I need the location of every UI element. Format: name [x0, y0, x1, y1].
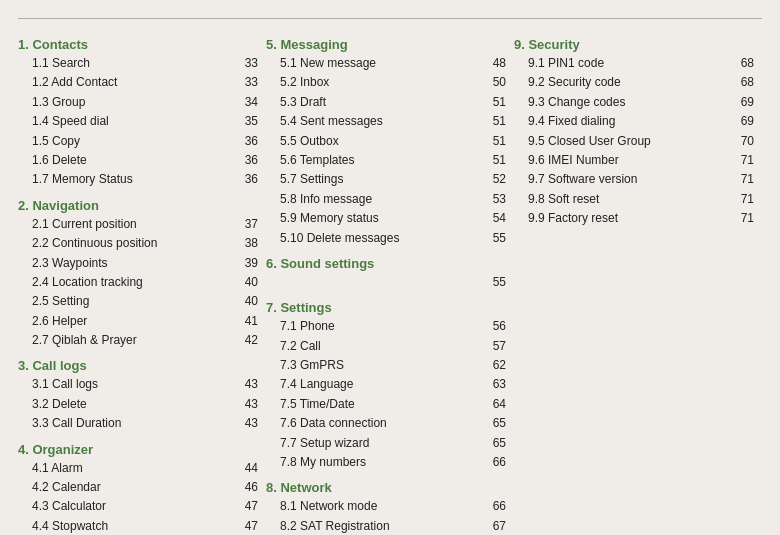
toc-page-num: 51 — [482, 94, 506, 111]
toc-label: 4.1 Alarm — [32, 460, 234, 477]
toc-row: 55 — [266, 273, 506, 292]
toc-row: 7.6 Data connection65 — [266, 414, 506, 433]
toc-page-num: 64 — [482, 396, 506, 413]
toc-label: 1.3 Group — [32, 94, 234, 111]
toc-label: 7.6 Data connection — [280, 415, 482, 432]
toc-row: 8.1 Network mode66 — [266, 497, 506, 516]
toc-page-num: 42 — [234, 332, 258, 349]
toc-page-num: 46 — [234, 479, 258, 496]
toc-row: 3.2 Delete43 — [18, 395, 258, 414]
toc-row: 2.2 Continuous position38 — [18, 234, 258, 253]
toc-label: 1.5 Copy — [32, 133, 234, 150]
toc-row: 7.4 Language63 — [266, 375, 506, 394]
toc-label: 9.9 Factory reset — [528, 210, 730, 227]
toc-row: 2.7 Qiblah & Prayer42 — [18, 331, 258, 350]
toc-row: 9.5 Closed User Group70 — [514, 132, 754, 151]
toc-label: 9.6 IMEI Number — [528, 152, 730, 169]
toc-row: 2.3 Waypoints39 — [18, 254, 258, 273]
toc-row: 9.4 Fixed dialing69 — [514, 112, 754, 131]
column-1: 1. Contacts1.1 Search331.2 Add Contact33… — [18, 29, 266, 535]
toc-page-num: 40 — [234, 293, 258, 310]
toc-label: 5.10 Delete messages — [280, 230, 482, 247]
toc-label: 7.1 Phone — [280, 318, 482, 335]
toc-label: 9.3 Change codes — [528, 94, 730, 111]
toc-page-num: 47 — [234, 498, 258, 515]
toc-row: 1.4 Speed dial35 — [18, 112, 258, 131]
toc-row: 7.7 Setup wizard65 — [266, 434, 506, 453]
toc-row: 4.1 Alarm44 — [18, 459, 258, 478]
toc-page-num: 69 — [730, 113, 754, 130]
toc-label: 9.5 Closed User Group — [528, 133, 730, 150]
toc-label: 7.8 My numbers — [280, 454, 482, 471]
toc-label: 7.4 Language — [280, 376, 482, 393]
toc-page-num: 71 — [730, 171, 754, 188]
toc-label: 2.5 Setting — [32, 293, 234, 310]
toc-row: 9.3 Change codes69 — [514, 93, 754, 112]
toc-label: 9.2 Security code — [528, 74, 730, 91]
toc-page-num: 43 — [234, 415, 258, 432]
toc-label: 1.7 Memory Status — [32, 171, 234, 188]
toc-row: 9.8 Soft reset71 — [514, 190, 754, 209]
toc-row: 9.1 PIN1 code68 — [514, 54, 754, 73]
toc-label: 3.3 Call Duration — [32, 415, 234, 432]
toc-label: 5.6 Templates — [280, 152, 482, 169]
toc-page-num: 35 — [234, 113, 258, 130]
toc-page-num: 71 — [730, 191, 754, 208]
toc-page-num: 51 — [482, 152, 506, 169]
section-title: 8. Network — [266, 480, 506, 495]
toc-label: 5.8 Info message — [280, 191, 482, 208]
toc-row: 1.5 Copy36 — [18, 132, 258, 151]
toc-row: 5.10 Delete messages55 — [266, 229, 506, 248]
toc-row: 5.5 Outbox51 — [266, 132, 506, 151]
toc-page-num: 38 — [234, 235, 258, 252]
toc-page-num: 71 — [730, 152, 754, 169]
toc-row: 7.2 Call57 — [266, 337, 506, 356]
toc-row: 4.3 Calculator47 — [18, 497, 258, 516]
toc-label: 4.2 Calendar — [32, 479, 234, 496]
toc-page-num: 33 — [234, 55, 258, 72]
toc-page-num: 33 — [234, 74, 258, 91]
toc-label: 5.5 Outbox — [280, 133, 482, 150]
toc-page-num: 71 — [730, 210, 754, 227]
toc-page-num: 54 — [482, 210, 506, 227]
toc-row: 5.2 Inbox50 — [266, 73, 506, 92]
toc-label: 1.1 Search — [32, 55, 234, 72]
toc-page-num: 55 — [482, 274, 506, 291]
toc-page-num: 69 — [730, 94, 754, 111]
toc-row: 1.3 Group34 — [18, 93, 258, 112]
toc-row: 7.8 My numbers66 — [266, 453, 506, 472]
toc-label: 9.7 Software version — [528, 171, 730, 188]
toc-page-num: 36 — [234, 133, 258, 150]
toc-page-num: 63 — [482, 376, 506, 393]
toc-label: 1.6 Delete — [32, 152, 234, 169]
toc-row: 2.5 Setting40 — [18, 292, 258, 311]
toc-page-num: 66 — [482, 454, 506, 471]
toc-label: 4.4 Stopwatch — [32, 518, 234, 535]
section-title: 9. Security — [514, 37, 754, 52]
toc-label — [280, 274, 482, 291]
section-title: 7. Settings — [266, 300, 506, 315]
toc-page-num: 66 — [482, 498, 506, 515]
toc-page-num: 67 — [482, 518, 506, 535]
toc-row: 5.7 Settings52 — [266, 170, 506, 189]
page-title — [18, 12, 762, 19]
toc-row: 4.2 Calendar46 — [18, 478, 258, 497]
toc-row: 5.6 Templates51 — [266, 151, 506, 170]
section-title: 6. Sound settings — [266, 256, 506, 271]
column-3: 9. Security9.1 PIN1 code689.2 Security c… — [514, 29, 762, 535]
toc-row: 1.1 Search33 — [18, 54, 258, 73]
toc-row: 9.2 Security code68 — [514, 73, 754, 92]
page-container: 1. Contacts1.1 Search331.2 Add Contact33… — [0, 0, 780, 535]
toc-page-num: 36 — [234, 152, 258, 169]
toc-row: 3.1 Call logs43 — [18, 375, 258, 394]
toc-label: 5.4 Sent messages — [280, 113, 482, 130]
toc-label: 5.3 Draft — [280, 94, 482, 111]
toc-row: 5.8 Info message53 — [266, 190, 506, 209]
toc-page-num: 34 — [234, 94, 258, 111]
section-title: 5. Messaging — [266, 37, 506, 52]
toc-page-num: 70 — [730, 133, 754, 150]
toc-label: 9.8 Soft reset — [528, 191, 730, 208]
toc-page-num: 68 — [730, 74, 754, 91]
toc-page-num: 65 — [482, 415, 506, 432]
toc-row: 5.3 Draft51 — [266, 93, 506, 112]
